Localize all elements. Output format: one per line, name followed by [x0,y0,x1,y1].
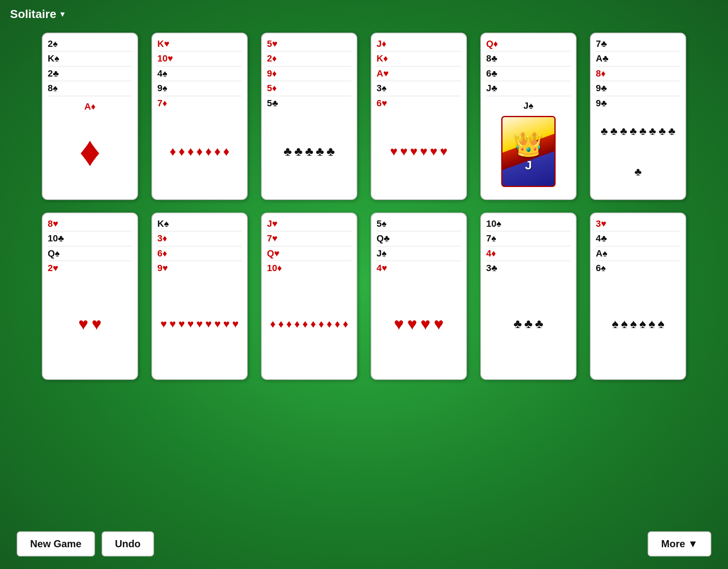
card-label: K♠ [157,218,242,230]
card-label: 4♣ [596,232,680,245]
grid-face: 3♣♣♣♣ [486,262,571,373]
card-label: 9♦ [267,67,351,80]
card-stack[interactable]: J♥7♥Q♥10♦♦♦♦♦♦♦♦♦♦♦ [261,213,357,380]
card-label: Q♥ [267,247,351,260]
card-label: J♣ [486,82,571,95]
card-label: 10♠ [486,218,571,230]
grid-face: 6♥♥♥♥♥♥♥ [377,97,461,193]
undo-button[interactable]: Undo [102,531,154,556]
row-2: 8♥10♣Q♠2♥♥♥K♠3♦6♦9♥♥♥♥♥♥♥♥♥♥J♥7♥Q♥10♦♦♦♦… [42,213,686,380]
grid-face: 10♦♦♦♦♦♦♦♦♦♦♦ [267,262,351,373]
card-stack[interactable]: Q♦8♣6♣J♣J♠👑J [480,33,577,200]
card-stack[interactable]: 7♣A♣8♦9♣9♣♣♣♣♣♣♣♣♣♣ [590,33,686,200]
number-face: 4♥♥♥♥♥ [377,262,461,373]
card-label: 3♦ [157,232,242,245]
app-title[interactable]: Solitaire ▼ [10,8,66,21]
card-label: A♠ [596,247,680,260]
card-stack[interactable]: 10♠7♠4♦3♣♣♣♣ [480,213,577,380]
card-label: 5♦ [267,82,351,95]
grid-face: 5♣♣♣♣♣♣ [267,97,351,193]
footer-right: More ▼ [648,531,711,556]
card-label: J♥ [267,218,351,230]
game-area: 2♠K♠2♣8♠A♦♦K♥10♥4♠9♠7♦♦♦♦♦♦♦♦5♥2♦9♦5♦5♣♣… [0,28,728,384]
card-label: J♠ [377,247,461,260]
card-stack[interactable]: K♠3♦6♦9♥♥♥♥♥♥♥♥♥♥ [151,213,248,380]
card-label: 5♥ [267,38,351,50]
card-label: A♥ [377,67,461,80]
grid-face: 9♣♣♣♣♣♣♣♣♣♣ [596,97,680,193]
card-label: Q♣ [377,232,461,245]
card-label: Q♠ [48,247,132,260]
footer: New Game Undo More ▼ [0,531,728,556]
more-button[interactable]: More ▼ [648,531,711,556]
card-stack[interactable]: J♦K♦A♥3♠6♥♥♥♥♥♥♥ [371,33,467,200]
card-label: 7♣ [596,38,680,50]
card-label: 2♣ [48,67,132,80]
card-label: 9♠ [157,82,242,95]
card-stack[interactable]: K♥10♥4♠9♠7♦♦♦♦♦♦♦♦ [151,33,248,200]
card-label: 2♦ [267,52,351,65]
new-game-button[interactable]: New Game [17,531,95,556]
card-label: 10♥ [157,52,242,65]
grid-face: 7♦♦♦♦♦♦♦♦ [157,97,242,193]
card-label: 8♠ [48,82,132,95]
grid-face: 6♠♠♠♠♠♠♠ [596,262,680,373]
card-label: 5♠ [377,218,461,230]
title-text: Solitaire [10,8,56,21]
card-label: Q♦ [486,38,571,50]
card-label: 10♣ [48,232,132,245]
card-label: K♥ [157,38,242,50]
ace-face: A♦♦ [48,97,132,193]
header: Solitaire ▼ [0,0,728,28]
card-stack[interactable]: 2♠K♠2♣8♠A♦♦ [42,33,138,200]
card-label: 3♥ [596,218,680,230]
card-label: 8♥ [48,218,132,230]
card-label: 2♠ [48,38,132,50]
card-label: J♦ [377,38,461,50]
card-label: 4♦ [486,247,571,260]
card-label: 7♠ [486,232,571,245]
card-label: 3♠ [377,82,461,95]
card-label: K♠ [48,52,132,65]
card-stack[interactable]: 5♠Q♣J♠4♥♥♥♥♥ [371,213,467,380]
card-stack[interactable]: 8♥10♣Q♠2♥♥♥ [42,213,138,380]
card-label: A♣ [596,52,680,65]
card-label: 7♥ [267,232,351,245]
card-label: K♦ [377,52,461,65]
card-label: 9♣ [596,82,680,95]
card-label: 4♠ [157,67,242,80]
row-1: 2♠K♠2♣8♠A♦♦K♥10♥4♠9♠7♦♦♦♦♦♦♦♦5♥2♦9♦5♦5♣♣… [42,33,686,200]
card-label: 8♣ [486,52,571,65]
card-stack[interactable]: 3♥4♣A♠6♠♠♠♠♠♠♠ [590,213,686,380]
face-card: J♠👑J [486,97,571,193]
number-face: 2♥♥♥ [48,262,132,373]
grid-face: 9♥♥♥♥♥♥♥♥♥♥ [157,262,242,373]
title-arrow: ▼ [59,10,66,19]
card-label: 6♦ [157,247,242,260]
footer-left: New Game Undo [17,531,154,556]
card-label: 8♦ [596,67,680,80]
card-label: 6♣ [486,67,571,80]
card-stack[interactable]: 5♥2♦9♦5♦5♣♣♣♣♣♣ [261,33,357,200]
